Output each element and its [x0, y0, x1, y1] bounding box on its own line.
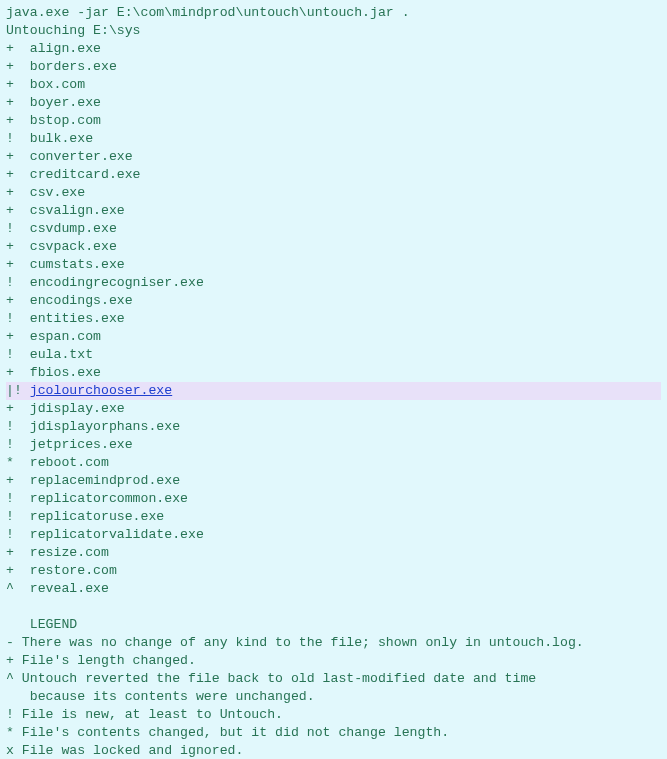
file-entry: + csvpack.exe: [6, 238, 661, 256]
legend-entry: + File's length changed.: [6, 652, 661, 670]
legend-heading: LEGEND: [6, 616, 661, 634]
file-entry: + borders.exe: [6, 58, 661, 76]
file-entry: ! jdisplayorphans.exe: [6, 418, 661, 436]
file-entry: + box.com: [6, 76, 661, 94]
file-entry: + restore.com: [6, 562, 661, 580]
file-link[interactable]: jcolourchooser.exe: [30, 383, 172, 398]
file-entry: ! entities.exe: [6, 310, 661, 328]
file-entry: |! jcolourchooser.exe: [6, 382, 661, 400]
legend-entry: because its contents were unchanged.: [6, 688, 661, 706]
command-line: java.exe -jar E:\com\mindprod\untouch\un…: [6, 4, 661, 22]
legend-entry: ! File is new, at least to Untouch.: [6, 706, 661, 724]
file-entry: ! replicatorvalidate.exe: [6, 526, 661, 544]
file-entry: ! eula.txt: [6, 346, 661, 364]
blank-line: [6, 598, 661, 616]
file-entry: + resize.com: [6, 544, 661, 562]
file-entry: ! bulk.exe: [6, 130, 661, 148]
file-entry: ! replicatoruse.exe: [6, 508, 661, 526]
legend-entry: - There was no change of any kind to the…: [6, 634, 661, 652]
file-entry: + align.exe: [6, 40, 661, 58]
status-line: Untouching E:\sys: [6, 22, 661, 40]
status-symbol: |!: [6, 383, 30, 398]
file-entry: + converter.exe: [6, 148, 661, 166]
file-entry: + csvalign.exe: [6, 202, 661, 220]
file-entry: + csv.exe: [6, 184, 661, 202]
file-entry: ! jetprices.exe: [6, 436, 661, 454]
legend-entry: * File's contents changed, but it did no…: [6, 724, 661, 742]
file-entry: * reboot.com: [6, 454, 661, 472]
file-entry: ! csvdump.exe: [6, 220, 661, 238]
file-entry: + jdisplay.exe: [6, 400, 661, 418]
file-entry: + cumstats.exe: [6, 256, 661, 274]
file-entry: ^ reveal.exe: [6, 580, 661, 598]
file-entry: + espan.com: [6, 328, 661, 346]
legend-entry: ^ Untouch reverted the file back to old …: [6, 670, 661, 688]
legend-list: - There was no change of any kind to the…: [6, 634, 661, 759]
file-entry: + encodings.exe: [6, 292, 661, 310]
file-entry: ! replicatorcommon.exe: [6, 490, 661, 508]
file-entry: + fbios.exe: [6, 364, 661, 382]
file-entry: + boyer.exe: [6, 94, 661, 112]
legend-entry: x File was locked and ignored.: [6, 742, 661, 759]
file-entry: + bstop.com: [6, 112, 661, 130]
file-list: + align.exe+ borders.exe+ box.com+ boyer…: [6, 40, 661, 598]
file-entry: + replacemindprod.exe: [6, 472, 661, 490]
file-entry: + creditcard.exe: [6, 166, 661, 184]
file-entry: ! encodingrecogniser.exe: [6, 274, 661, 292]
